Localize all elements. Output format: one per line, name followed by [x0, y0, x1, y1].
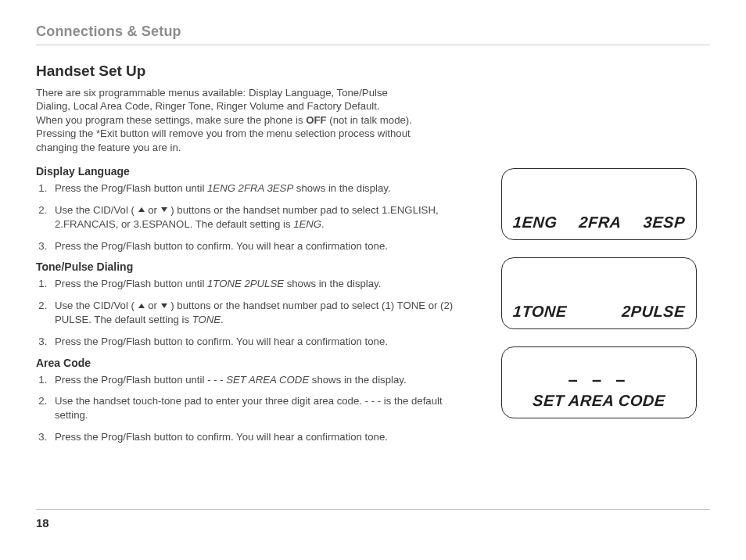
step-display-text: - - - SET AREA CODE	[207, 374, 309, 386]
step-display-text: 1TONE 2PULSE	[207, 278, 284, 289]
lcd-display-language: 1ENG 2FRA 3ESP	[501, 168, 697, 240]
section-heading-area-code: Area Code	[36, 357, 478, 369]
list-item: Press the Prog/Flash button to confirm. …	[50, 430, 478, 444]
arrow-up-icon	[138, 303, 145, 309]
svg-marker-2	[138, 303, 145, 308]
lcd-row: 1TONE 2PULSE	[512, 303, 686, 321]
steps-area-code: Press the Prog/Flash button until - - - …	[36, 373, 478, 444]
page-title: Handset Set Up	[36, 63, 478, 80]
content-area: Handset Set Up There are six programmabl…	[36, 63, 710, 452]
intro-line: changing the feature you are in.	[36, 142, 181, 153]
step-display-text: 1ENG 2FRA 3ESP	[207, 182, 293, 194]
intro-line: There are six programmable menus availab…	[36, 87, 388, 99]
list-item: Press the Prog/Flash button to confirm. …	[50, 239, 478, 253]
svg-marker-0	[138, 207, 145, 212]
lcd-text: 3ESP	[643, 214, 686, 232]
intro-line: (not in talk mode).	[327, 114, 412, 126]
lcd-display-area-code: – – – SET AREA CODE	[501, 346, 697, 418]
lcd-dashes: – – –	[513, 370, 685, 390]
step-text: Use the CID/Vol (	[55, 204, 138, 216]
lcd-row: SET AREA CODE	[512, 392, 686, 410]
text-column: Handset Set Up There are six programmabl…	[36, 63, 478, 452]
step-text: Press the Prog/Flash button until	[55, 278, 207, 289]
intro-line: When you program these settings, make su…	[36, 114, 306, 126]
list-item: Press the Prog/Flash button until 1ENG 2…	[50, 181, 478, 196]
arrow-up-icon	[138, 206, 145, 213]
section-heading-tone-pulse: Tone/Pulse Dialing	[36, 260, 478, 273]
manual-page: Connections & Setup Handset Set Up There…	[0, 0, 746, 560]
lcd-display-tone: 1TONE 2PULSE	[501, 257, 697, 329]
step-text: Press the Prog/Flash button until	[55, 374, 207, 386]
intro-paragraph: There are six programmable menus availab…	[36, 86, 478, 154]
arrow-down-icon	[160, 303, 168, 309]
steps-tone-pulse: Press the Prog/Flash button until 1TONE …	[36, 277, 478, 348]
step-text: or	[145, 204, 160, 216]
step-text: shows in the display.	[309, 374, 406, 386]
list-item: Press the Prog/Flash button to confirm. …	[50, 335, 478, 349]
page-number: 18	[36, 516, 49, 529]
lcd-text: 1ENG	[512, 214, 558, 232]
list-item: Use the handset touch-tone pad to enter …	[50, 394, 478, 422]
lcd-text: 2PULSE	[621, 303, 685, 321]
lcd-column: 1ENG 2FRA 3ESP 1TONE 2PULSE – – – SET AR…	[478, 168, 710, 418]
intro-line: Dialing, Local Area Code, Ringer Tone, R…	[36, 100, 380, 112]
step-text: shows in the display.	[293, 182, 390, 194]
step-default: TONE	[192, 314, 221, 325]
step-text: Use the CID/Vol (	[55, 300, 138, 311]
list-item: Use the CID/Vol ( or ) buttons or the ha…	[50, 299, 478, 327]
steps-display-language: Press the Prog/Flash button until 1ENG 2…	[36, 181, 478, 253]
step-text: shows in the display.	[284, 278, 381, 289]
step-text: .	[221, 314, 224, 325]
lcd-row: 1ENG 2FRA 3ESP	[512, 214, 686, 232]
svg-marker-3	[161, 303, 167, 308]
lcd-text: 2FRA	[579, 214, 622, 232]
step-default: 1ENG	[293, 218, 321, 230]
list-item: Press the Prog/Flash button until - - - …	[50, 373, 478, 387]
arrow-down-icon	[160, 206, 168, 213]
step-text: .	[321, 218, 325, 230]
page-footer: 18	[36, 509, 710, 530]
svg-marker-1	[161, 207, 167, 212]
breadcrumb: Connections & Setup	[36, 23, 710, 45]
lcd-text: SET AREA CODE	[532, 392, 665, 410]
list-item: Use the CID/Vol ( or ) buttons or the ha…	[50, 203, 478, 232]
section-heading-display-language: Display Language	[36, 165, 478, 178]
intro-bold: OFF	[306, 114, 326, 126]
intro-line: Pressing the *Exit button will remove yo…	[36, 127, 411, 139]
lcd-text: 1TONE	[512, 303, 567, 321]
step-text: or	[145, 300, 160, 311]
list-item: Press the Prog/Flash button until 1TONE …	[50, 277, 478, 291]
step-text: Press the Prog/Flash button until	[55, 182, 207, 194]
